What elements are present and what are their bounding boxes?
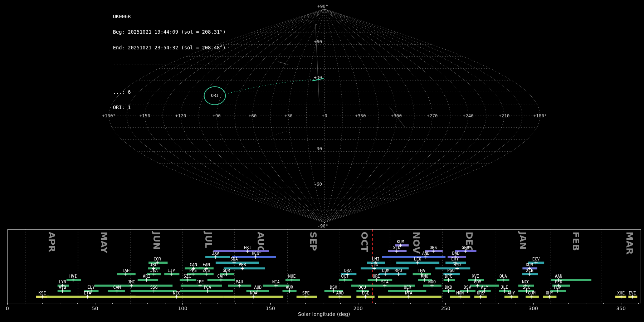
sky-map-and-activity-chart-canvas <box>0 0 644 322</box>
radiant-activity-page: UK006R Beg: 20251021 19:44:09 (sol = 208… <box>0 0 644 322</box>
